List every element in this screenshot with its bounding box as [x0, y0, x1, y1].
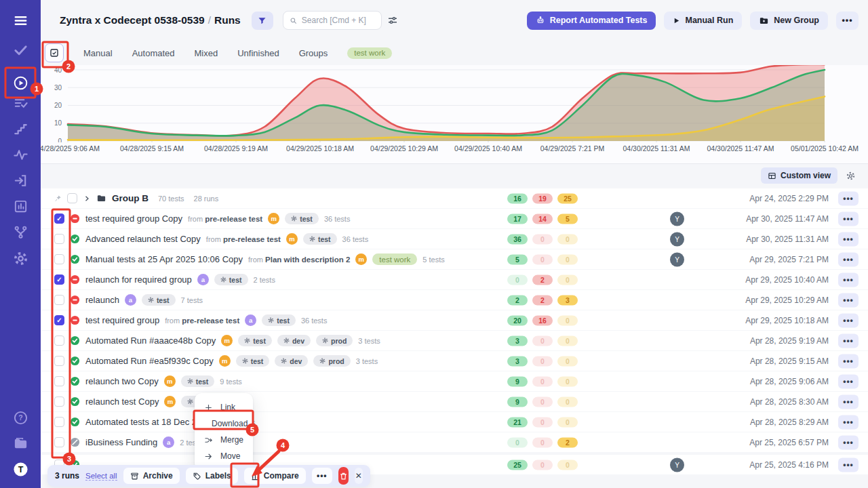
tab-mixed[interactable]: Mixed — [195, 48, 218, 58]
delete-button[interactable] — [338, 467, 349, 485]
sidebar-item-list-check-icon[interactable] — [8, 91, 33, 115]
labels-button[interactable]: Labels — [186, 468, 238, 484]
run-name[interactable]: Advanced relaunch test Copy — [85, 234, 201, 244]
bulk-more-button[interactable]: ••• — [312, 468, 332, 484]
table-row[interactable]: Automated tests at 18 Dec 2024 1221 test… — [41, 412, 868, 432]
table-row[interactable]: relaunch two Copymtest9 tests900Apr 28, … — [41, 371, 868, 391]
select-all-link[interactable]: Select all — [85, 472, 117, 481]
assignee-avatar[interactable]: Y — [670, 211, 684, 226]
row-checkbox[interactable] — [54, 376, 64, 386]
report-automated-tests-button[interactable]: Report Automated Tests — [527, 12, 656, 30]
failed-count-badge: 0 — [532, 460, 553, 470]
row-checkbox[interactable] — [54, 254, 64, 264]
menu-item-link[interactable]: Link — [195, 399, 253, 415]
close-bulk-bar-button[interactable]: ✕ — [355, 468, 363, 484]
sidebar-item-steps-icon[interactable] — [8, 117, 33, 141]
row-more-button[interactable]: ••• — [838, 313, 859, 327]
table-row[interactable]: ✓test required group Copyfrom pre-releas… — [41, 209, 868, 228]
row-more-button[interactable]: ••• — [838, 293, 859, 307]
sidebar-item-menu-icon[interactable] — [8, 8, 33, 33]
run-name[interactable]: test required group — [85, 315, 159, 325]
sidebar-item-folder-icon[interactable] — [8, 431, 33, 455]
tab-unfinished[interactable]: Unfinished — [237, 48, 279, 58]
filter-label-badge[interactable]: test work — [347, 47, 392, 59]
menu-item-move[interactable]: Move — [195, 448, 253, 464]
run-name[interactable]: Manual tests at 25 Apr 2025 10:06 Copy — [85, 254, 243, 264]
sidebar-item-gear-icon[interactable] — [8, 246, 33, 270]
sidebar-item-avatar-t-logo[interactable]: T — [8, 457, 33, 481]
sidebar-item-activity-icon[interactable] — [8, 142, 33, 167]
other-count-badge: 0 — [557, 234, 578, 244]
row-checkbox[interactable]: ✓ — [54, 315, 64, 325]
manual-run-button[interactable]: Manual Run — [664, 12, 742, 30]
search-input[interactable] — [302, 16, 375, 25]
select-all-checkbox-button[interactable] — [45, 43, 64, 62]
row-more-button[interactable]: ••• — [838, 435, 859, 449]
table-row[interactable]: iBusiness Fundinga2 tests002Apr 25, 2025… — [41, 432, 868, 452]
compare-button[interactable]: Compare — [244, 468, 306, 484]
row-checkbox[interactable] — [54, 234, 64, 244]
row-checkbox[interactable] — [54, 336, 64, 346]
archive-button[interactable]: Archive — [123, 468, 180, 484]
row-checkbox[interactable] — [54, 356, 64, 366]
group-row[interactable]: Group B70 tests28 runs161925Apr 24, 2025… — [41, 188, 868, 208]
table-toolbar: Custom view — [41, 167, 868, 184]
row-more-button[interactable]: ••• — [838, 354, 859, 368]
tab-manual[interactable]: Manual — [83, 48, 113, 58]
table-row[interactable]: Automated Run #aaace48b Copymtestdevprod… — [41, 331, 868, 350]
header-more-button[interactable]: ••• — [836, 12, 859, 30]
run-name[interactable]: test required group Copy — [85, 214, 182, 224]
sidebar-item-login-box-icon[interactable] — [8, 168, 33, 192]
table-row[interactable]: ✓test required groupfrom pre-release tes… — [41, 310, 868, 330]
assignee-avatar[interactable]: Y — [670, 232, 684, 246]
run-name[interactable]: Automated Run #aaace48b Copy — [85, 336, 216, 346]
row-more-button[interactable]: ••• — [838, 272, 859, 287]
runs-table-body: Group B70 tests28 runs161925Apr 24, 2025… — [41, 188, 868, 475]
row-checkbox[interactable] — [54, 295, 64, 305]
sidebar-item-chart-box-icon[interactable] — [8, 194, 33, 218]
run-name[interactable]: relaunch test Copy — [85, 396, 159, 407]
table-row[interactable]: relaunch test Copymtest900Apr 28, 2025 8… — [41, 392, 868, 411]
row-more-button[interactable]: ••• — [838, 415, 859, 429]
row-more-button[interactable]: ••• — [838, 211, 859, 226]
sidebar-item-help-icon[interactable]: ? — [8, 405, 33, 430]
tab-groups[interactable]: Groups — [299, 48, 328, 58]
breadcrumb-project: Zyntra x Codecept 0538-0539 — [60, 14, 205, 26]
sidebar-item-checkmark-icon[interactable] — [8, 37, 33, 62]
tab-automated[interactable]: Automated — [132, 48, 175, 58]
row-checkbox[interactable] — [54, 396, 64, 407]
table-row[interactable]: Automated Run #ea5f939c Copymtestdevprod… — [41, 351, 868, 371]
row-more-button[interactable]: ••• — [838, 232, 859, 246]
menu-item-download[interactable]: Download — [195, 415, 253, 432]
row-more-button[interactable]: ••• — [838, 252, 859, 266]
chevron-right-icon[interactable] — [83, 195, 91, 203]
assignee-avatar[interactable]: Y — [670, 458, 684, 472]
row-checkbox[interactable] — [54, 417, 64, 427]
row-checkbox[interactable]: ✓ — [54, 274, 64, 285]
run-name[interactable]: relaunch for required group — [85, 274, 192, 285]
run-name[interactable]: iBusiness Funding — [85, 437, 157, 447]
run-name[interactable]: relaunch — [85, 295, 119, 305]
row-more-button[interactable]: ••• — [838, 333, 859, 348]
table-row[interactable]: relaunchatest7 tests223Apr 29, 2025 10:2… — [41, 290, 868, 310]
table-row[interactable]: ✓relaunch for required groupatest2 tests… — [41, 270, 868, 289]
new-group-button[interactable]: New Group — [750, 12, 828, 30]
row-more-button[interactable]: ••• — [838, 394, 859, 409]
group-checkbox[interactable] — [67, 193, 77, 203]
display-settings-button[interactable] — [387, 11, 398, 30]
table-row[interactable]: Advanced relaunch test Copyfrom pre-rele… — [41, 229, 868, 249]
run-name[interactable]: Automated Run #ea5f939c Copy — [85, 356, 214, 366]
row-checkbox[interactable] — [54, 437, 64, 447]
row-more-button[interactable]: ••• — [838, 374, 859, 388]
run-name[interactable]: relaunch two Copy — [85, 376, 159, 386]
row-more-button[interactable]: ••• — [838, 191, 859, 205]
menu-item-merge[interactable]: Merge — [195, 432, 253, 448]
custom-view-button[interactable]: Custom view — [761, 167, 837, 184]
row-more-button[interactable]: ••• — [838, 458, 859, 472]
sidebar-item-branch-icon[interactable] — [8, 220, 33, 244]
table-settings-gear-icon[interactable] — [846, 171, 856, 181]
row-checkbox[interactable]: ✓ — [54, 214, 64, 224]
table-row[interactable]: Manual tests at 25 Apr 2025 10:06 Copyfr… — [41, 249, 868, 269]
filter-button[interactable] — [252, 12, 273, 30]
assignee-avatar[interactable]: Y — [670, 252, 684, 266]
